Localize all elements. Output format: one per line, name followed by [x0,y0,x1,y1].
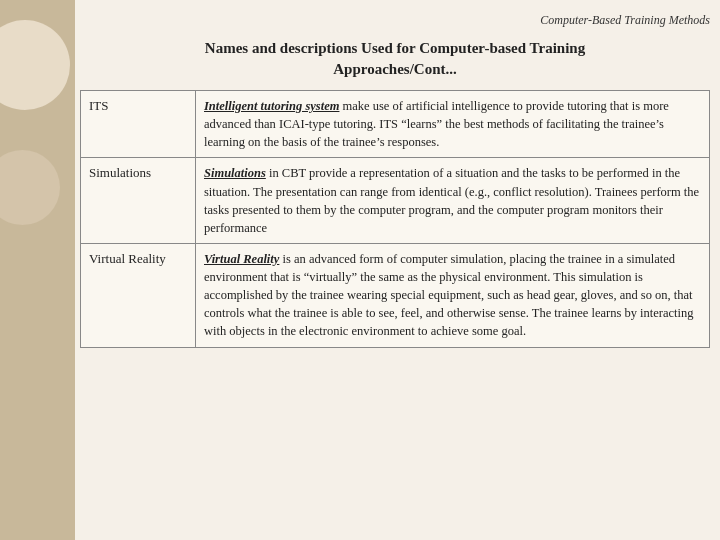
section-heading: Names and descriptions Used for Computer… [80,38,710,80]
decorative-circle-top [0,20,70,110]
content-table: ITS Intelligent tutoring system make use… [80,90,710,348]
page-container: Computer-Based Training Methods Names an… [0,0,720,540]
content-area: Computer-Based Training Methods Names an… [80,5,710,535]
table-row: Simulations Simulations in CBT provide a… [81,158,710,244]
term-cell-simulations: Simulations [81,158,196,244]
desc-cell-vr: Virtual Reality is an advanced form of c… [196,243,710,347]
desc-cell-simulations: Simulations in CBT provide a representat… [196,158,710,244]
term-cell-vr: Virtual Reality [81,243,196,347]
decorative-circle-bottom [0,150,60,225]
desc-text-simulations: in CBT provide a representation of a sit… [204,166,699,234]
term-label-vr: Virtual Reality [204,252,279,266]
page-header-title: Computer-Based Training Methods [80,5,710,32]
table-row: ITS Intelligent tutoring system make use… [81,91,710,158]
decorative-left-panel [0,0,75,540]
term-cell-its: ITS [81,91,196,158]
desc-cell-its: Intelligent tutoring system make use of … [196,91,710,158]
term-label-its: Intelligent tutoring system [204,99,339,113]
table-row: Virtual Reality Virtual Reality is an ad… [81,243,710,347]
term-label-simulations: Simulations [204,166,266,180]
